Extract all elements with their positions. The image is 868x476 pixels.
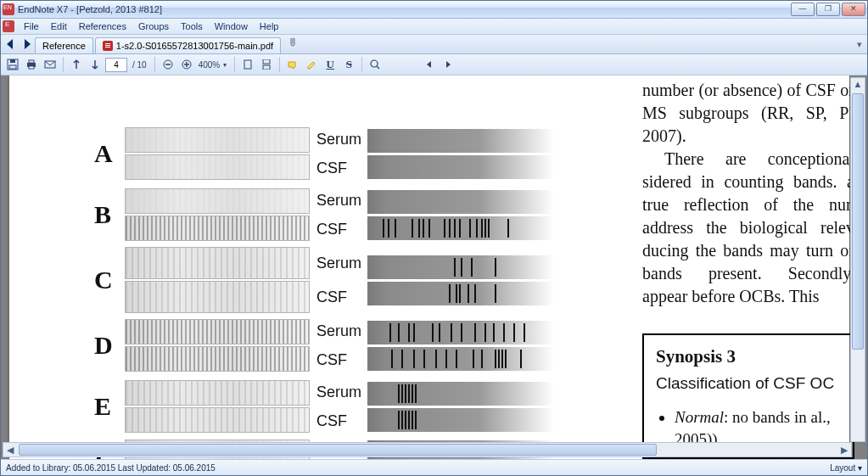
print-button[interactable]	[23, 56, 40, 73]
zoom-dropdown-icon[interactable]: ▾	[223, 61, 227, 69]
minimize-button[interactable]: —	[791, 3, 815, 16]
status-bar: Added to Library: 05.06.2015 Last Update…	[1, 459, 867, 475]
app-window: EndNote X7 - [Petzold, 2013 #812] — ❐ ✕ …	[0, 0, 868, 476]
gel-lane	[125, 154, 310, 180]
menu-edit[interactable]: Edit	[45, 20, 73, 32]
nav-forward-button[interactable]	[20, 37, 33, 51]
svg-rect-2	[9, 65, 16, 69]
figure-row-label: D	[94, 331, 125, 360]
tab-reference-label: Reference	[42, 41, 86, 51]
scroll-up-arrow-icon[interactable]: ▲	[851, 78, 865, 90]
menu-tools[interactable]: Tools	[175, 20, 209, 32]
save-button[interactable]	[4, 56, 21, 73]
schematic-lane	[367, 190, 554, 214]
underline-button[interactable]: U	[322, 56, 339, 73]
strikethrough-button[interactable]: S	[340, 56, 357, 73]
attachment-icon[interactable]	[288, 36, 298, 50]
sticky-note-button[interactable]	[284, 56, 301, 73]
horizontal-scroll-thumb[interactable]	[19, 444, 657, 456]
schematic-lane	[367, 347, 554, 371]
figure-row-label: A	[94, 139, 125, 168]
tab-pdf[interactable]: 1-s2.0-S0165572813001756-main.pdf	[95, 37, 281, 53]
lane-label-csf: CSF	[316, 215, 367, 244]
body-paragraph: number (or absence) of CSF or MS subgrou…	[642, 79, 854, 148]
svg-rect-14	[263, 65, 270, 70]
gel-lane	[125, 281, 310, 313]
scroll-left-arrow-icon[interactable]: ◀	[3, 444, 17, 456]
schematic-lane	[367, 408, 554, 432]
page-number-input[interactable]: 4	[105, 58, 127, 72]
gel-lane	[125, 247, 310, 279]
schematic-lane	[367, 321, 554, 344]
zoom-in-button[interactable]	[178, 56, 195, 73]
lane-label-serum: Serum	[316, 186, 367, 215]
body-paragraph: There are conceptional sidered in counti…	[642, 148, 854, 308]
vertical-scroll-thumb[interactable]	[852, 93, 864, 350]
lane-label-csf: CSF	[316, 154, 367, 182]
gel-lane	[125, 216, 310, 241]
email-button[interactable]	[42, 56, 59, 73]
tab-overflow-button[interactable]: ▾	[857, 39, 862, 50]
menu-help[interactable]: Help	[254, 20, 285, 32]
find-prev-button[interactable]	[421, 56, 438, 73]
status-text: Added to Library: 05.06.2015 Last Update…	[6, 463, 216, 473]
gel-lane	[125, 380, 310, 406]
maximize-button[interactable]: ❐	[816, 3, 840, 16]
gel-lane	[125, 188, 310, 214]
pdf-canvas[interactable]: A Serum CSF	[1, 76, 867, 459]
scroll-right-arrow-icon[interactable]: ▶	[837, 444, 851, 456]
lane-label-serum: Serum	[316, 125, 367, 154]
schematic-lane	[367, 282, 554, 305]
gel-lane	[125, 407, 310, 433]
pdf-page: A Serum CSF	[9, 76, 849, 459]
document-icon	[3, 20, 14, 32]
figure-row-label: E	[94, 392, 125, 421]
svg-rect-1	[10, 59, 15, 63]
menu-window[interactable]: Window	[209, 20, 254, 32]
window-title: EndNote X7 - [Petzold, 2013 #812]	[18, 4, 791, 14]
close-button[interactable]: ✕	[842, 3, 865, 16]
pdf-toolbar: 4 / 10 400% ▾ U S	[1, 54, 867, 76]
figure-row-label: C	[94, 266, 125, 294]
layout-single-button[interactable]	[239, 56, 256, 73]
schematic-lane	[367, 382, 554, 406]
gel-lane	[125, 346, 310, 372]
synopsis-box: Synopsis 3 Classification of CSF OC Norm…	[642, 333, 854, 459]
page-total-label: / 10	[132, 60, 147, 70]
vertical-scrollbar[interactable]: ▲	[850, 77, 865, 442]
layout-continuous-button[interactable]	[258, 56, 275, 73]
schematic-lane	[367, 155, 554, 179]
endnote-app-icon	[3, 3, 14, 15]
zoom-level-label[interactable]: 400%	[199, 60, 221, 70]
svg-line-16	[377, 66, 379, 69]
svg-rect-13	[263, 59, 270, 64]
find-next-button[interactable]	[440, 56, 456, 73]
prev-page-up-button[interactable]	[68, 56, 85, 73]
menu-file[interactable]: File	[18, 20, 45, 32]
synopsis-subheading: Classification of CSF OC	[656, 372, 841, 395]
lane-label-csf: CSF	[316, 345, 367, 374]
layout-toggle-button[interactable]: Layout	[830, 463, 862, 473]
lane-label-serum: Serum	[316, 246, 367, 280]
svg-point-15	[371, 60, 378, 67]
title-bar: EndNote X7 - [Petzold, 2013 #812] — ❐ ✕	[1, 1, 867, 19]
schematic-lane	[367, 129, 554, 153]
svg-rect-12	[244, 60, 251, 69]
svg-rect-5	[29, 66, 34, 69]
highlight-button[interactable]	[303, 56, 320, 73]
synopsis-heading: Synopsis 3	[656, 345, 841, 368]
lane-label-serum: Serum	[316, 316, 367, 345]
menu-references[interactable]: References	[73, 20, 132, 32]
article-text-column: number (or absence) of CSF or MS subgrou…	[642, 79, 854, 459]
tab-reference[interactable]: Reference	[35, 37, 93, 53]
search-button[interactable]	[367, 56, 384, 73]
next-page-down-button[interactable]	[87, 56, 104, 73]
zoom-out-button[interactable]	[160, 56, 176, 73]
gel-lane	[125, 127, 310, 153]
schematic-lane	[367, 216, 554, 240]
horizontal-scrollbar[interactable]: ◀ ▶	[3, 442, 852, 457]
tab-pdf-label: 1-s2.0-S0165572813001756-main.pdf	[116, 41, 273, 51]
gel-lane	[125, 319, 310, 344]
nav-back-button[interactable]	[4, 37, 18, 51]
menu-groups[interactable]: Groups	[132, 20, 175, 32]
